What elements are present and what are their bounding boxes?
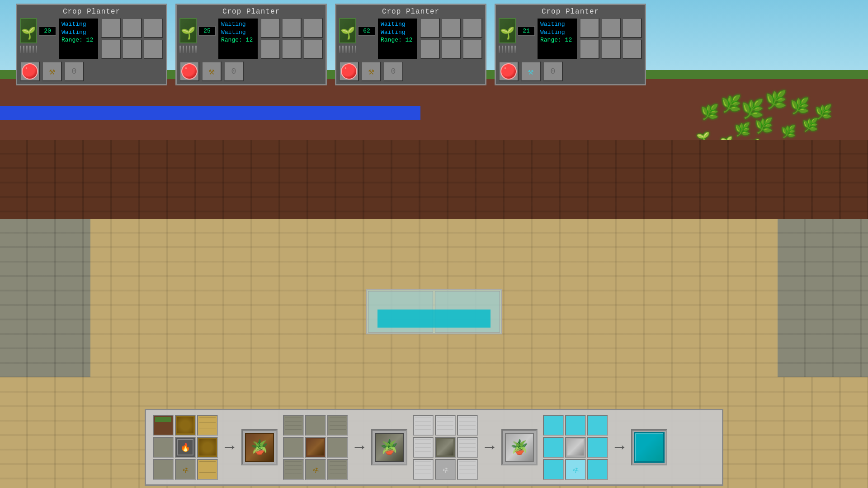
water-strip <box>0 106 420 120</box>
crop-3: 🌿 <box>741 102 764 120</box>
crop-5: 🌿 <box>790 99 809 115</box>
game-world: 🌿 🌿 🌿 🌿 🌿 🌿 🌿 🌿 🌿 🌿 🌱 🌱 🌱 🌱 <box>0 0 868 488</box>
crop-2: 🌿 <box>721 97 741 113</box>
crop-8: 🌿 <box>755 120 773 134</box>
sky <box>0 0 868 79</box>
crop-4: 🌿 <box>765 93 787 110</box>
crop-9: 🌿 <box>781 127 796 138</box>
crop-10: 🌿 <box>802 120 818 132</box>
crop-6: 🌿 <box>815 106 832 120</box>
crop-7: 🌿 <box>735 124 750 137</box>
stone-wall-left <box>0 219 90 377</box>
stone-lower <box>0 219 868 488</box>
teal-pool <box>377 310 491 328</box>
dirt-front-wall <box>0 140 868 219</box>
stone-wall-right <box>778 219 868 377</box>
crop-1: 🌿 <box>701 106 719 121</box>
